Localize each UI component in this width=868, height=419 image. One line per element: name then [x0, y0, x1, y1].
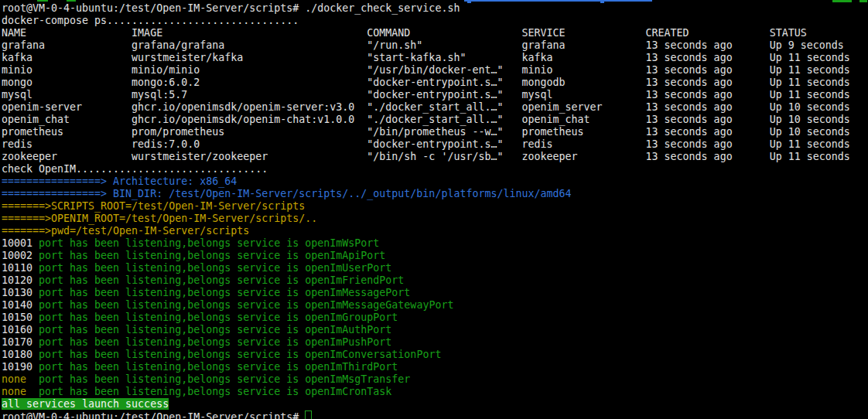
- port-message: port has been listening,belongs service …: [39, 349, 305, 360]
- previous-line-fragment: [464, 0, 652, 2]
- port-number: 10001: [2, 237, 39, 249]
- ps-table-row: redis redis:7.0.0 "docker-entrypoint.s…"…: [2, 138, 850, 151]
- architecture-text: ================> Architecture: x86_64: [2, 175, 237, 187]
- ps-row-text: openim-server ghcr.io/openimsdk/openim-s…: [2, 101, 850, 113]
- previous-line-fragment: [859, 0, 867, 2]
- port-message: port has been listening,belongs service …: [39, 336, 305, 348]
- port-status-line: 10140 port has been listening,belongs se…: [2, 299, 850, 312]
- env-var-line: =======>pwd=/test/Open-IM-Server/scripts: [2, 225, 850, 237]
- port-status-line: 10130 port has been listening,belongs se…: [2, 287, 850, 299]
- port-number: 10130: [2, 287, 39, 298]
- port-service-name: openImGroupPort: [305, 312, 398, 323]
- check-openim-line: check OpenIM............................…: [2, 163, 850, 175]
- port-service-name: openImConversationPort: [305, 349, 441, 360]
- shell-prompt: root@VM-0-4-ubuntu:/test/Open-IM-Server/…: [2, 411, 305, 419]
- port-number: 10180: [2, 349, 39, 360]
- port-service-name: openImMessagePort: [305, 287, 410, 298]
- port-number: 10190: [2, 361, 39, 373]
- port-status-line: 10160 port has been listening,belongs se…: [2, 324, 850, 336]
- port-status-line: 10001 port has been listening,belongs se…: [2, 237, 850, 250]
- port-number: 10150: [2, 312, 39, 323]
- port-status-line: 10180 port has been listening,belongs se…: [2, 349, 850, 361]
- port-service-name: openImMsgTransfer: [305, 373, 410, 385]
- port-number: 10110: [2, 262, 39, 274]
- shell-prompt-and-command: root@VM-0-4-ubuntu:/test/Open-IM-Server/…: [2, 2, 460, 14]
- port-service-name: openImUserPort: [305, 262, 391, 274]
- previous-line-fragment: [67, 0, 76, 2]
- ps-row-text: mysql mysql:5.7 "docker-entrypoint.s…" m…: [2, 89, 850, 100]
- port-status-line: none port has been listening,belongs ser…: [2, 373, 850, 386]
- port-service-name: openImFriendPort: [305, 274, 404, 286]
- ps-table-row: openim_chat ghcr.io/openimsdk/openim-cha…: [2, 114, 850, 126]
- port-service-name: openImCronTask: [305, 386, 391, 397]
- port-message: port has been listening,belongs service …: [39, 324, 305, 336]
- ps-row-text: kafka wurstmeister/kafka "start-kafka.sh…: [2, 52, 850, 63]
- port-number: 10160: [2, 324, 39, 336]
- ps-table-header: NAME IMAGE COMMAND SERVICE CREATED STATU…: [2, 27, 850, 39]
- env-var-line: =======>SCRIPTS_ROOT=/test/Open-IM-Serve…: [2, 200, 850, 213]
- ps-row-text: mongo mongo:6.0.2 "docker-entrypoint.s…"…: [2, 77, 850, 88]
- check-openim-text: check OpenIM............................…: [2, 163, 268, 175]
- success-message: all services launch success: [2, 398, 169, 410]
- port-service-name: openImAuthPort: [305, 324, 391, 336]
- ps-row-text: minio minio/minio "/usr/bin/docker-ent…"…: [2, 64, 850, 76]
- ps-table-row: zookeeper wurstmeister/zookeeper "/bin/s…: [2, 151, 850, 163]
- ps-table-row: prometheus prom/prometheus "/bin/prometh…: [2, 126, 850, 138]
- previous-line-fragment: [37, 0, 48, 2]
- port-number: none: [2, 373, 39, 385]
- ps-table-row: mongo mongo:6.0.2 "docker-entrypoint.s…"…: [2, 77, 850, 89]
- port-status-line: none port has been listening,belongs ser…: [2, 386, 850, 398]
- ps-row-text: openim_chat ghcr.io/openimsdk/openim-cha…: [2, 114, 850, 125]
- port-message: port has been listening,belongs service …: [39, 299, 305, 311]
- port-number: 10120: [2, 274, 39, 286]
- port-message: port has been listening,belongs service …: [39, 287, 305, 298]
- ps-row-text: redis redis:7.0.0 "docker-entrypoint.s…"…: [2, 138, 850, 150]
- port-number: none: [2, 386, 39, 397]
- bin-dir-text: ================> BIN_DIR: /test/Open-IM…: [2, 188, 572, 199]
- ps-table-row: grafana grafana/grafana "/run.sh" grafan…: [2, 39, 850, 52]
- env-var-text: =======>OPENIM_ROOT=/test/Open-IM-Server…: [2, 213, 317, 224]
- port-message: port has been listening,belongs service …: [39, 274, 305, 286]
- port-number: 10140: [2, 299, 39, 311]
- port-message: port has been listening,belongs service …: [39, 361, 305, 373]
- port-service-name: openImApiPort: [305, 250, 385, 261]
- env-var-text: =======>SCRIPTS_ROOT=/test/Open-IM-Serve…: [2, 200, 305, 212]
- terminal-cursor: [305, 410, 312, 419]
- compose-ps-text: docker-compose ps.......................…: [2, 15, 299, 26]
- ps-table-row: kafka wurstmeister/kafka "start-kafka.sh…: [2, 52, 850, 64]
- ps-table-row: openim-server ghcr.io/openimsdk/openim-s…: [2, 101, 850, 114]
- port-status-line: 10150 port has been listening,belongs se…: [2, 312, 850, 324]
- port-service-name: openImThirdPort: [305, 361, 398, 373]
- port-message: port has been listening,belongs service …: [39, 237, 305, 249]
- env-var-line: =======>OPENIM_ROOT=/test/Open-IM-Server…: [2, 213, 850, 225]
- env-var-text: =======>pwd=/test/Open-IM-Server/scripts: [2, 225, 249, 237]
- port-status-line: 10110 port has been listening,belongs se…: [2, 262, 850, 274]
- port-number: 10002: [2, 250, 39, 261]
- success-line: all services launch success: [2, 398, 850, 410]
- port-status-line: 10120 port has been listening,belongs se…: [2, 274, 850, 287]
- port-status-line: 10002 port has been listening,belongs se…: [2, 250, 850, 262]
- port-message: port has been listening,belongs service …: [39, 386, 305, 397]
- bin-dir-line: ================> BIN_DIR: /test/Open-IM…: [2, 188, 850, 200]
- port-status-line: 10170 port has been listening,belongs se…: [2, 336, 850, 349]
- port-message: port has been listening,belongs service …: [39, 312, 305, 323]
- ps-row-text: prometheus prom/prometheus "/bin/prometh…: [2, 126, 850, 138]
- port-service-name: openImWsPort: [305, 237, 379, 249]
- ps-row-text: zookeeper wurstmeister/zookeeper "/bin/s…: [2, 151, 850, 162]
- ps-header-text: NAME IMAGE COMMAND SERVICE CREATED STATU…: [2, 27, 807, 39]
- port-service-name: openImPushPort: [305, 336, 391, 348]
- port-number: 10170: [2, 336, 39, 348]
- port-message: port has been listening,belongs service …: [39, 262, 305, 274]
- ps-table-row: minio minio/minio "/usr/bin/docker-ent…"…: [2, 64, 850, 77]
- terminal-output: root@VM-0-4-ubuntu:/test/Open-IM-Server/…: [2, 2, 850, 419]
- prompt-line: root@VM-0-4-ubuntu:/test/Open-IM-Server/…: [2, 2, 850, 15]
- port-message: port has been listening,belongs service …: [39, 250, 305, 261]
- terminal-window[interactable]: root@VM-0-4-ubuntu:/test/Open-IM-Server/…: [0, 0, 868, 419]
- final-prompt-line: root@VM-0-4-ubuntu:/test/Open-IM-Server/…: [2, 410, 850, 419]
- ps-row-text: grafana grafana/grafana "/run.sh" grafan…: [2, 39, 844, 51]
- port-service-name: openImMessageGatewayPort: [305, 299, 453, 311]
- architecture-line: ================> Architecture: x86_64: [2, 175, 850, 188]
- compose-ps-line: docker-compose ps.......................…: [2, 15, 850, 27]
- port-status-line: 10190 port has been listening,belongs se…: [2, 361, 850, 373]
- port-message: port has been listening,belongs service …: [39, 373, 305, 385]
